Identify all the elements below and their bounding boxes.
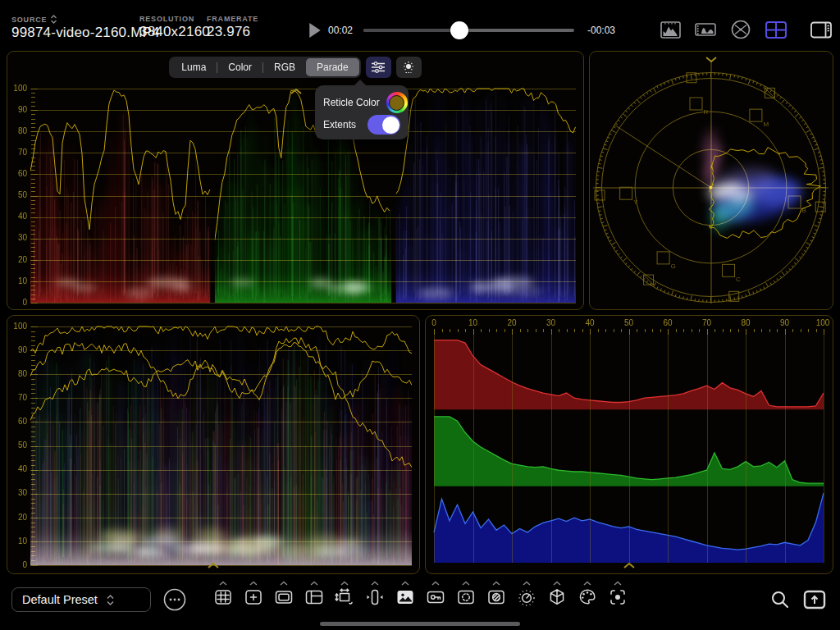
key-tool-button[interactable]: [423, 581, 447, 615]
add-icon: [244, 587, 263, 607]
image-tool-button[interactable]: [393, 581, 417, 615]
grid-tool-button[interactable]: [211, 581, 235, 615]
tool-caret-icon: [309, 581, 319, 586]
grid-icon: [213, 587, 233, 607]
focus-tool-button[interactable]: [605, 581, 629, 615]
tab-color[interactable]: Color: [217, 58, 262, 76]
resolution-label: RESOLUTION: [139, 15, 194, 23]
pattern-tool-button[interactable]: [484, 581, 508, 615]
histogram-canvas: [426, 316, 832, 573]
search-button[interactable]: [769, 589, 791, 610]
tool-caret-icon: [491, 581, 501, 586]
key-icon: [426, 587, 445, 607]
sidebar-icon: [810, 21, 833, 39]
framerate-label: FRAMERATE: [207, 15, 258, 23]
tool-caret-icon: [461, 581, 471, 586]
overlay-waveform-canvas: [7, 316, 418, 573]
tab-parade[interactable]: Parade: [306, 58, 359, 76]
grid-layout-button[interactable]: [764, 17, 788, 42]
scope-mode-tabs: Luma Color RGB Parade: [169, 57, 360, 78]
scope-settings-popup: Reticle Color Extents: [315, 85, 409, 139]
histogram-view-icon: [660, 20, 682, 40]
vectorscope-view-icon: [730, 19, 751, 40]
framerate-stat: FRAMERATE 23.976: [207, 15, 258, 40]
vectorscope-collapse-chevron-icon[interactable]: [705, 56, 718, 63]
mask-icon: [456, 587, 476, 607]
dial-tool-button[interactable]: [514, 581, 538, 615]
current-time: 00:02: [328, 25, 353, 36]
tool-caret-icon: [582, 581, 592, 586]
overlay-collapse-chevron-icon[interactable]: [207, 562, 220, 569]
tool-caret-icon: [552, 581, 562, 586]
tool-caret-icon: [249, 581, 258, 586]
extents-toggle[interactable]: [368, 115, 400, 135]
extents-label: Extents: [323, 119, 356, 130]
tool-caret-icon: [400, 581, 410, 586]
cube-tool-button[interactable]: [545, 581, 568, 615]
frame-tool-button[interactable]: [272, 581, 295, 615]
tool-caret-icon: [279, 581, 289, 586]
bottom-toolbar: Default Preset: [0, 574, 840, 630]
clip-waveform-button[interactable]: [693, 17, 718, 42]
flip-tool-button[interactable]: [363, 581, 386, 615]
scope-mode-controls: Luma Color RGB Parade: [7, 57, 583, 78]
tool-caret-icon: [218, 581, 228, 586]
top-bar: SOURCE 99874-video-2160.MP4 RESOLUTION 3…: [0, 0, 840, 49]
reticle-color-label: Reticle Color: [323, 97, 380, 108]
parade-scope-panel: Luma Color RGB Parade Reticle Colo: [7, 51, 584, 310]
tab-rgb[interactable]: RGB: [263, 58, 306, 76]
tool-caret-icon: [370, 581, 380, 586]
tools-row: [0, 581, 840, 615]
pattern-icon: [486, 587, 506, 607]
parade-collapse-chevron-icon[interactable]: [290, 88, 303, 95]
sort-chevron-icon: [50, 15, 57, 24]
vectorscope-panel: [589, 51, 833, 310]
scope-settings-icon: [371, 61, 386, 74]
seek-progress: [363, 29, 459, 32]
tool-caret-icon: [613, 581, 623, 586]
palette-icon: [578, 587, 597, 607]
flip-icon: [365, 587, 385, 607]
reticle-color-well[interactable]: [386, 92, 408, 113]
layout-icon: [304, 587, 324, 607]
histogram-panel: [425, 315, 833, 574]
source-label: SOURCE: [11, 16, 47, 24]
tab-luma[interactable]: Luma: [171, 58, 217, 76]
seek-thumb[interactable]: [450, 21, 468, 39]
transform-tool-button[interactable]: [332, 581, 356, 615]
scope-brightness-button[interactable]: [396, 57, 422, 78]
tool-caret-icon: [340, 581, 349, 586]
vectorscope-canvas: [590, 52, 832, 308]
resolution-value: 3840x2160: [139, 24, 210, 40]
clip-waveform-icon: [694, 21, 717, 39]
scope-settings-button[interactable]: [366, 57, 391, 78]
framerate-value: 23.976: [207, 24, 258, 40]
add-tool-button[interactable]: [241, 581, 265, 615]
transform-icon: [335, 587, 354, 607]
source-stat[interactable]: SOURCE 99874-video-2160.MP4: [11, 15, 160, 41]
remaining-time: -00:03: [587, 25, 615, 36]
seek-slider[interactable]: [363, 29, 574, 32]
focus-icon: [608, 587, 628, 607]
resolution-stat: RESOLUTION 3840x2160: [139, 15, 210, 40]
tool-caret-icon: [431, 581, 441, 586]
sidebar-toggle-button[interactable]: [809, 17, 833, 42]
cube-icon: [547, 587, 567, 607]
layout-tool-button[interactable]: [302, 581, 326, 615]
histogram-view-button[interactable]: [658, 17, 682, 42]
source-filename: 99874-video-2160.MP4: [11, 25, 160, 41]
frame-icon: [274, 587, 294, 607]
vectorscope-view-button[interactable]: [728, 17, 753, 42]
play-button[interactable]: [308, 23, 322, 38]
palette-tool-button[interactable]: [575, 581, 599, 615]
dial-icon: [517, 587, 536, 607]
scope-brightness-icon: [401, 60, 416, 75]
overlay-waveform-panel: [7, 315, 420, 574]
mask-tool-button[interactable]: [454, 581, 477, 615]
image-icon: [395, 587, 415, 607]
home-indicator[interactable]: [320, 622, 520, 626]
export-button[interactable]: [802, 589, 827, 610]
grid-layout-icon: [765, 21, 788, 39]
tool-caret-icon: [522, 581, 532, 586]
histogram-collapse-chevron-icon[interactable]: [623, 562, 636, 569]
